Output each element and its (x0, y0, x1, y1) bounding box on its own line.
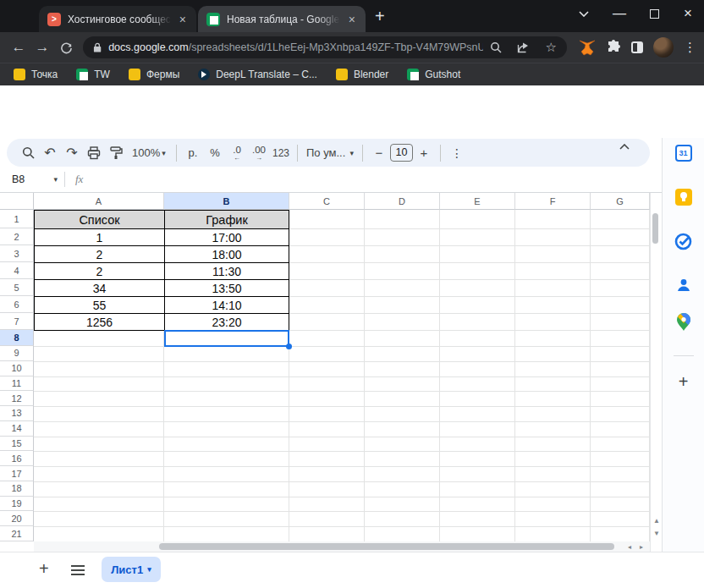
cell-B3[interactable]: 18:00 (164, 245, 289, 263)
window-close-button[interactable]: × (671, 0, 704, 27)
column-header-A[interactable]: A (34, 193, 164, 210)
cell-A3[interactable]: 2 (34, 245, 165, 263)
tasks-icon[interactable] (674, 233, 692, 250)
paint-format-icon[interactable] (105, 142, 127, 164)
browser-profile-avatar[interactable] (653, 37, 674, 58)
hide-menus-chevron-icon[interactable] (619, 144, 630, 150)
print-icon[interactable] (83, 142, 105, 164)
bookmark-item[interactable]: Точка (14, 69, 58, 80)
format-currency-button[interactable]: р. (182, 142, 204, 164)
decrease-font-size-button[interactable]: − (368, 142, 390, 164)
side-panel-icon[interactable] (631, 41, 643, 53)
row-header-20[interactable]: 20 (0, 511, 34, 526)
increase-decimal-button[interactable]: .00→ (248, 142, 270, 164)
maps-icon[interactable] (674, 313, 692, 331)
select-all-corner[interactable] (0, 193, 34, 210)
horizontal-scrollbar-thumb[interactable] (159, 543, 614, 550)
spreadsheet-grid[interactable]: ABCDEFG123456789101112131415161718192021… (0, 193, 662, 552)
row-header-16[interactable]: 16 (0, 451, 34, 466)
row-header-17[interactable]: 17 (0, 466, 34, 481)
new-tab-button[interactable]: + (375, 9, 385, 23)
cell-A6[interactable]: 55 (34, 296, 165, 314)
toolbar-more-icon[interactable]: ⋮ (446, 142, 468, 164)
selected-cell-B8[interactable] (164, 330, 289, 347)
cell-B1[interactable]: График (164, 210, 289, 229)
reload-icon[interactable] (54, 41, 78, 54)
row-header-6[interactable]: 6 (0, 296, 34, 313)
bookmark-item[interactable]: Gutshot (407, 69, 460, 80)
forward-icon[interactable]: → (30, 39, 54, 56)
share-icon[interactable] (517, 41, 531, 53)
increase-font-size-button[interactable]: + (413, 142, 435, 164)
undo-icon[interactable]: ↶ (39, 142, 61, 164)
column-header-C[interactable]: C (289, 193, 365, 210)
active-sheet-tab[interactable]: Лист1▾ (102, 557, 161, 582)
column-header-G[interactable]: G (591, 193, 650, 210)
cell-A4[interactable]: 2 (34, 262, 165, 280)
font-family-select[interactable]: По ум...▾ (303, 142, 357, 164)
scroll-down-icon[interactable]: ▼ (653, 530, 660, 537)
row-header-19[interactable]: 19 (0, 497, 34, 512)
zoom-select[interactable]: 100%▾ (127, 142, 171, 164)
tab-close-icon[interactable]: × (178, 14, 188, 25)
back-icon[interactable]: ← (7, 39, 30, 56)
cell-A2[interactable]: 1 (34, 228, 165, 246)
row-header-18[interactable]: 18 (0, 481, 34, 497)
number-format-button[interactable]: 123 (270, 142, 292, 164)
row-header-14[interactable]: 14 (0, 421, 34, 437)
column-header-E[interactable]: E (440, 193, 515, 210)
extensions-puzzle-icon[interactable] (606, 40, 621, 55)
bookmark-star-icon[interactable]: ☆ (546, 40, 557, 55)
row-header-5[interactable]: 5 (0, 279, 34, 296)
row-header-9[interactable]: 9 (0, 346, 34, 361)
font-size-input[interactable]: 10 (390, 144, 413, 162)
window-minimize-button[interactable]: — (602, 0, 636, 27)
bookmark-item[interactable]: Фермы (129, 69, 179, 80)
row-header-13[interactable]: 13 (0, 406, 34, 421)
all-sheets-menu-icon[interactable] (71, 565, 85, 575)
cell-A5[interactable]: 34 (34, 279, 165, 297)
row-header-4[interactable]: 4 (0, 262, 34, 279)
row-header-1[interactable]: 1 (0, 210, 34, 228)
column-header-F[interactable]: F (515, 193, 591, 210)
tab-close-icon[interactable]: × (347, 14, 357, 25)
cell-B2[interactable]: 17:00 (164, 228, 289, 246)
add-sheet-icon[interactable]: + (39, 559, 49, 579)
row-header-15[interactable]: 15 (0, 437, 34, 452)
fill-handle[interactable] (286, 343, 292, 349)
redo-icon[interactable]: ↷ (61, 142, 83, 164)
row-header-2[interactable]: 2 (0, 228, 34, 245)
scroll-up-icon[interactable]: ▲ (653, 517, 660, 525)
bookmark-item[interactable]: Blender (336, 69, 388, 80)
cell-B4[interactable]: 11:30 (164, 262, 289, 280)
scroll-left-icon[interactable]: ◂ (628, 543, 631, 551)
window-maximize-button[interactable] (637, 0, 671, 27)
keep-icon[interactable] (674, 188, 692, 206)
calendar-icon[interactable]: 31 (674, 144, 692, 162)
row-header-11[interactable]: 11 (0, 376, 34, 392)
decrease-decimal-button[interactable]: .0← (226, 142, 248, 164)
cell-B7[interactable]: 23:20 (164, 313, 289, 331)
tab-search-chevron-icon[interactable] (567, 0, 601, 27)
browser-menu-icon[interactable]: ⋮ (684, 40, 696, 55)
browser-tab-2-active[interactable]: Новая таблица - Google Табли × (198, 6, 366, 32)
row-header-12[interactable]: 12 (0, 391, 34, 406)
column-header-B[interactable]: B (164, 193, 289, 210)
cell-A1[interactable]: Список (34, 210, 165, 229)
cell-A7[interactable]: 1256 (34, 313, 165, 331)
cell-B5[interactable]: 13:50 (164, 279, 289, 297)
vertical-scrollbar-thumb[interactable] (652, 213, 658, 244)
toolbar-search-icon[interactable] (17, 142, 39, 164)
browser-tab-1[interactable]: > Хостинговое сообщество «Tim × (39, 6, 196, 32)
metamask-extension-icon[interactable] (579, 40, 596, 56)
vertical-scrollbar[interactable] (650, 193, 662, 552)
column-header-D[interactable]: D (365, 193, 440, 210)
row-header-7[interactable]: 7 (0, 313, 34, 330)
row-header-8[interactable]: 8 (0, 330, 34, 346)
bookmark-item[interactable]: TW (76, 69, 110, 80)
search-icon[interactable] (490, 41, 502, 53)
row-header-3[interactable]: 3 (0, 245, 34, 262)
format-percent-button[interactable]: % (204, 142, 226, 164)
row-header-10[interactable]: 10 (0, 361, 34, 376)
add-addon-plus-icon[interactable]: + (674, 373, 692, 391)
